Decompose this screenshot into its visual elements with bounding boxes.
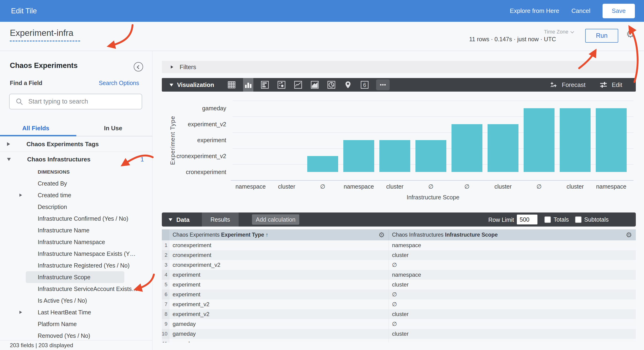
tab-in-use[interactable]: In Use: [104, 125, 122, 132]
cell-infrastructure-scope[interactable]: ∅: [389, 299, 636, 309]
table-row[interactable]: 2cronexperimentcluster: [162, 250, 636, 260]
chart-bar-gameday-cluster[interactable]: [560, 108, 590, 172]
timezone-selector[interactable]: Time Zone: [544, 29, 573, 35]
cell-experiment-type[interactable]: cronexperiment: [169, 240, 389, 250]
explore-from-here-link[interactable]: Explore from Here: [510, 7, 559, 15]
more-viz-icon[interactable]: [376, 79, 390, 90]
field-item-description[interactable]: Description: [0, 201, 152, 213]
add-calculation-button[interactable]: Add calculation: [252, 214, 299, 225]
subtotals-checkbox[interactable]: [575, 216, 582, 223]
field-item-created-by[interactable]: Created By: [0, 178, 152, 189]
totals-checkbox[interactable]: [544, 216, 551, 223]
pie-chart-icon[interactable]: [326, 78, 336, 92]
field-item-infrastructure-scope[interactable]: Infrastructure Scope: [0, 271, 152, 283]
tab-all-fields[interactable]: All Fields: [22, 125, 50, 132]
field-item-is-active-yes-no[interactable]: Is Active (Yes / No): [0, 295, 152, 306]
cell-experiment-type[interactable]: experiment: [169, 270, 389, 280]
field-item-infrastructure-name[interactable]: Infrastructure Name: [0, 224, 152, 236]
table-row[interactable]: 9gameday∅: [162, 319, 636, 329]
table-chart-icon[interactable]: [226, 78, 237, 92]
chart-bar-gameday-∅[interactable]: [524, 108, 554, 172]
table-row[interactable]: 6experiment∅: [162, 289, 636, 299]
gear-icon[interactable]: ⚙: [626, 29, 635, 39]
area-chart-icon[interactable]: [310, 78, 320, 92]
table-row[interactable]: 1cronexperimentnamespace: [162, 240, 636, 250]
collapse-data-icon[interactable]: [168, 218, 172, 221]
field-item-infrastructure-namespace-exists-y[interactable]: Infrastructure Namespace Exists (Y…: [0, 248, 152, 260]
edit-viz-button[interactable]: Edit: [600, 81, 622, 89]
chevron-right-icon[interactable]: [20, 193, 22, 197]
cell-infrastructure-scope[interactable]: namespace: [389, 240, 636, 250]
chevron-down-icon[interactable]: [7, 158, 11, 161]
table-row[interactable]: 7experiment_v2∅: [162, 299, 636, 309]
cell-infrastructure-scope[interactable]: cluster: [389, 250, 636, 260]
chart-bar-experiment_v2-∅[interactable]: [452, 124, 482, 172]
cell-experiment-type[interactable]: experiment_v2: [169, 299, 389, 309]
table-row[interactable]: 4experimentnamespace: [162, 270, 636, 280]
row-limit-input[interactable]: [517, 215, 538, 224]
column-header-infrastructure-scope[interactable]: Chaos Infrastructures Infrastructure Sco…: [389, 229, 636, 240]
run-button[interactable]: Run: [585, 29, 618, 43]
tree-group-chaos-experiments-tags[interactable]: Chaos Experiments Tags: [0, 137, 152, 151]
cancel-button[interactable]: Cancel: [572, 7, 590, 15]
chart-bar-experiment_v2-cluster[interactable]: [488, 124, 518, 172]
gear-icon[interactable]: ⚙: [626, 231, 632, 239]
field-item-last-heartbeat-time[interactable]: Last HeartBeat Time: [0, 306, 152, 318]
chart-bar-cronexperiment_v2-∅[interactable]: [307, 156, 338, 172]
collapse-visualization-icon[interactable]: [170, 84, 173, 87]
cell-infrastructure-scope[interactable]: namespace: [389, 339, 636, 342]
forecast-button[interactable]: Forecast: [550, 81, 586, 89]
chevron-right-icon[interactable]: [7, 142, 10, 146]
collapse-sidebar-icon[interactable]: [134, 62, 143, 72]
field-item-infrastructure-confirmed-yes-no[interactable]: Infrastructure Confirmed (Yes / No): [0, 213, 152, 224]
field-item-removed-yes-no[interactable]: Removed (Yes / No): [0, 330, 152, 341]
cell-infrastructure-scope[interactable]: cluster: [389, 329, 636, 339]
table-row[interactable]: 11gamedaynamespace: [162, 339, 636, 342]
field-item-infrastructure-namespace[interactable]: Infrastructure Namespace: [0, 236, 152, 248]
tree-group-chaos-infrastructures[interactable]: Chaos Infrastructures1: [0, 152, 152, 166]
line-chart-icon[interactable]: [293, 78, 303, 92]
cell-infrastructure-scope[interactable]: ∅: [389, 289, 636, 299]
table-row[interactable]: 5experimentcluster: [162, 280, 636, 289]
map-chart-icon[interactable]: [343, 78, 353, 92]
bar-chart-icon[interactable]: [260, 78, 270, 92]
cell-infrastructure-scope[interactable]: cluster: [389, 309, 636, 319]
chart-bar-gameday-namespace[interactable]: [596, 108, 627, 172]
save-button[interactable]: Save: [602, 4, 635, 18]
cell-experiment-type[interactable]: cronexperiment: [169, 250, 389, 260]
cell-experiment-type[interactable]: gameday: [169, 329, 389, 339]
table-row[interactable]: 10gamedaycluster: [162, 329, 636, 339]
cell-experiment-type[interactable]: experiment_v2: [169, 309, 389, 319]
totals-checkbox-group[interactable]: Totals: [544, 216, 569, 223]
cell-infrastructure-scope[interactable]: ∅: [389, 260, 636, 270]
cell-infrastructure-scope[interactable]: cluster: [389, 280, 636, 289]
scatter-chart-icon[interactable]: [276, 78, 287, 92]
table-row[interactable]: 8experiment_v2cluster: [162, 309, 636, 319]
cell-infrastructure-scope[interactable]: ∅: [389, 319, 636, 329]
gear-icon[interactable]: ⚙: [378, 231, 385, 239]
chart-bar-experiment-namespace[interactable]: [343, 140, 374, 172]
field-item-created-time[interactable]: Created time: [0, 189, 152, 201]
cell-experiment-type[interactable]: experiment: [169, 280, 389, 289]
results-tab[interactable]: Results: [202, 212, 239, 227]
single-value-icon[interactable]: 6: [360, 78, 370, 92]
column-chart-icon[interactable]: [243, 78, 254, 92]
subtotals-checkbox-group[interactable]: Subtotals: [575, 216, 609, 223]
tile-title[interactable]: Experiment-infra: [10, 28, 73, 38]
column-header-experiment-type[interactable]: Chaos Experiments Experiment Type ↑⚙: [169, 229, 389, 240]
cell-experiment-type[interactable]: cronexperiment_v2: [169, 260, 389, 270]
cell-experiment-type[interactable]: experiment: [169, 289, 389, 299]
cell-experiment-type[interactable]: gameday: [169, 339, 389, 342]
chart-bar-experiment-cluster[interactable]: [379, 140, 410, 172]
field-search-box[interactable]: [9, 94, 142, 109]
chart-bar-experiment-∅[interactable]: [416, 140, 446, 172]
chevron-right-icon[interactable]: [20, 311, 22, 314]
field-item-infrastructure-registered-yes-no[interactable]: Infrastructure Registered (Yes / No): [0, 260, 152, 271]
search-options-link[interactable]: Search Options: [99, 80, 139, 87]
table-row[interactable]: 3cronexperiment_v2∅: [162, 260, 636, 270]
cell-experiment-type[interactable]: gameday: [169, 319, 389, 329]
filters-section-header[interactable]: Filters: [162, 61, 636, 73]
field-item-platform-name[interactable]: Platform Name: [0, 318, 152, 330]
cell-infrastructure-scope[interactable]: namespace: [389, 270, 636, 280]
search-input[interactable]: [28, 98, 132, 105]
